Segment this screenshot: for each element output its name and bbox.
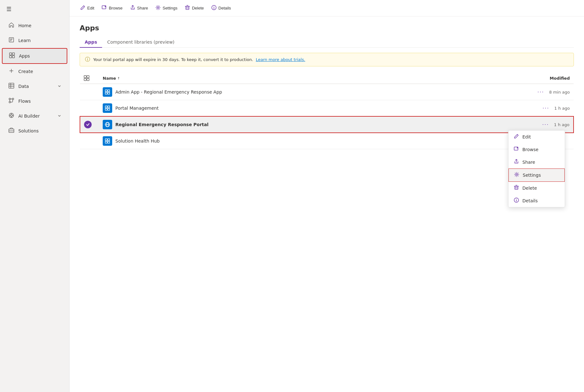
context-menu-settings-label: Settings	[523, 173, 541, 178]
notice-icon: ⓘ	[85, 56, 90, 63]
svg-rect-41	[108, 92, 110, 94]
toolbar-browse-button[interactable]: Browse	[99, 3, 125, 13]
tab-component-libraries[interactable]: Component libraries (preview)	[102, 37, 179, 48]
th-name[interactable]: Name ↑	[99, 73, 460, 84]
sidebar-item-learn-label: Learn	[18, 38, 61, 43]
hamburger-menu-button[interactable]: ☰	[0, 0, 69, 18]
context-menu-delete-label: Delete	[522, 186, 537, 191]
svg-rect-50	[108, 139, 110, 141]
sidebar-item-aibuilder[interactable]: AI Builder	[2, 109, 67, 123]
sidebar-item-create[interactable]: Create	[2, 64, 67, 79]
row-admin-app-modified-cell: ···8 min ago	[460, 84, 574, 100]
row-regional-emergency-name-wrapper: Regional Emergency Response Portal	[103, 120, 456, 129]
sidebar: ☰ HomeLearnAppsCreateDataFlowsAI Builder…	[0, 0, 70, 392]
row-regional-emergency-name-cell: Regional Emergency Response Portal	[99, 116, 460, 133]
row-regional-emergency-modified-time: 1 h ago	[554, 122, 569, 127]
sidebar-item-data[interactable]: Data	[2, 79, 67, 94]
sidebar-item-data-label: Data	[18, 84, 54, 89]
row-admin-app-name-text: Admin App - Regional Emergency Response …	[115, 89, 222, 95]
sidebar-item-solutions[interactable]: Solutions	[2, 124, 67, 138]
data-chevron-icon	[58, 84, 61, 89]
toolbar-delete-label: Delete	[192, 6, 204, 10]
table-row[interactable]: Admin App - Regional Emergency Response …	[80, 84, 574, 100]
row-regional-emergency-more-button[interactable]: ···	[542, 122, 549, 128]
apps-icon	[9, 52, 15, 59]
context-menu-settings[interactable]: Settings	[508, 168, 565, 182]
context-menu-details-icon	[514, 198, 519, 204]
svg-rect-49	[105, 139, 107, 141]
context-menu-share-label: Share	[522, 160, 535, 165]
learn-icon	[8, 37, 15, 44]
toolbar-browse-icon	[102, 5, 107, 11]
context-menu-edit[interactable]: Edit	[508, 131, 565, 143]
row-admin-app-modified-time: 8 min ago	[549, 90, 570, 95]
svg-point-61	[516, 199, 517, 199]
row-solution-health-app-icon	[103, 136, 112, 146]
row-portal-management-check-cell	[80, 100, 99, 117]
row-admin-app-name-cell: Admin App - Regional Emergency Response …	[99, 84, 460, 100]
toolbar-details-icon	[211, 5, 216, 11]
toolbar-share-button[interactable]: Share	[127, 3, 151, 13]
context-menu-edit-icon	[514, 134, 519, 140]
context-menu-browse-icon	[514, 146, 519, 153]
tab-apps[interactable]: Apps	[80, 37, 102, 48]
data-icon	[8, 83, 15, 90]
toolbar-details-label: Details	[218, 6, 231, 10]
page-title: Apps	[80, 24, 574, 32]
toolbar-settings-button[interactable]: Settings	[152, 3, 180, 13]
svg-rect-42	[105, 106, 107, 108]
row-admin-app-more-button[interactable]: ···	[538, 89, 544, 95]
context-menu-settings-icon	[514, 172, 520, 178]
svg-point-16	[9, 101, 11, 103]
context-menu-delete[interactable]: Delete	[508, 182, 565, 194]
context-menu-details[interactable]: Details	[508, 194, 565, 207]
row-admin-app-name-wrapper: Admin App - Regional Emergency Response …	[103, 87, 456, 97]
row-solution-health-check-cell	[80, 133, 99, 149]
create-icon	[8, 68, 15, 75]
sidebar-item-flows-label: Flows	[18, 99, 61, 104]
row-portal-management-name-cell: Portal Management	[99, 100, 460, 117]
svg-rect-7	[12, 56, 15, 58]
sidebar-item-flows[interactable]: Flows	[2, 94, 67, 108]
table-row[interactable]: Solution Health Hub···	[80, 133, 574, 149]
svg-rect-6	[9, 56, 12, 58]
svg-rect-35	[87, 76, 89, 78]
row-portal-management-modified-cell: ···1 h ago	[460, 100, 574, 117]
sidebar-item-learn[interactable]: Learn	[2, 33, 67, 48]
context-menu-browse[interactable]: Browse	[508, 143, 565, 156]
svg-point-33	[214, 6, 214, 7]
svg-point-26	[157, 7, 159, 9]
th-checkbox	[80, 73, 99, 84]
th-modified[interactable]: Modified	[460, 73, 574, 84]
toolbar-share-label: Share	[137, 6, 148, 10]
toolbar-delete-button[interactable]: Delete	[182, 3, 207, 13]
row-portal-management-more-button[interactable]: ···	[543, 105, 549, 111]
aibuilder-chevron-icon	[58, 114, 61, 118]
apps-table: Name ↑ Modified Admin App - Regional Eme…	[80, 73, 574, 149]
toolbar-details-button[interactable]: Details	[208, 3, 234, 13]
context-menu-browse-label: Browse	[522, 147, 538, 152]
apps-grid-icon	[84, 75, 89, 81]
row-admin-app-app-icon	[103, 87, 112, 97]
svg-point-14	[9, 98, 11, 100]
main-content: EditBrowseShareSettingsDeleteDetails App…	[70, 0, 584, 392]
context-menu-share-icon	[514, 159, 519, 165]
svg-rect-45	[108, 108, 110, 110]
solutions-icon	[8, 127, 15, 134]
content-area: Apps AppsComponent libraries (preview) ⓘ…	[70, 16, 584, 392]
context-menu-share[interactable]: Share	[508, 156, 565, 168]
sidebar-item-apps[interactable]: Apps	[2, 48, 67, 64]
toolbar-edit-button[interactable]: Edit	[77, 3, 97, 13]
sidebar-item-home[interactable]: Home	[2, 18, 67, 33]
table-row[interactable]: Regional Emergency Response Portal···1 h…	[80, 116, 574, 133]
table-row[interactable]: Portal Management···1 h ago	[80, 100, 574, 117]
svg-rect-40	[105, 92, 107, 94]
sort-arrow-icon: ↑	[117, 77, 120, 80]
row-portal-management-modified-time: 1 h ago	[554, 106, 570, 111]
row-regional-emergency-modified-wrapper: ···1 h ago	[464, 122, 569, 128]
sidebar-item-create-label: Create	[18, 69, 61, 74]
notice-link[interactable]: Learn more about trials.	[256, 57, 305, 62]
toolbar-settings-label: Settings	[162, 6, 177, 10]
svg-rect-34	[84, 76, 86, 78]
hamburger-icon: ☰	[6, 6, 11, 12]
